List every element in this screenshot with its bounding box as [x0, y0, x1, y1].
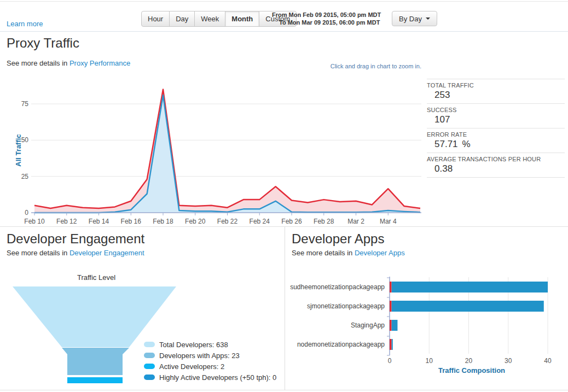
- x-tick-label: Feb 12: [56, 218, 77, 225]
- stat-unit: %: [462, 139, 471, 149]
- funnel-segment-developers-with-apps: [62, 348, 129, 375]
- apps-see-more: See more details in Developer Apps: [292, 249, 405, 257]
- see-more-prefix: See more details in: [7, 59, 69, 67]
- stat-value: 253: [427, 89, 565, 103]
- range-button-month[interactable]: Month: [225, 11, 259, 27]
- x-tick-label: Feb 22: [217, 218, 238, 225]
- x-tick-label: Mar 2: [347, 218, 364, 225]
- bar-errors-sjmonetizationpackageapp: [390, 301, 392, 312]
- bar-errors-sudheemonetizationpackageapp: [390, 282, 392, 292]
- developer-engagement-section: Developer Engagement See more details in…: [0, 227, 285, 390]
- learn-more-link[interactable]: Learn more: [7, 20, 43, 28]
- y-axis-title: All Traffic: [14, 134, 22, 166]
- traffic-stats-panel: TOTAL TRAFFIC253SUCCESS107ERROR RATE57.7…: [427, 79, 565, 178]
- legend-swatch-icon: [144, 364, 155, 369]
- stat-row: AVERAGE TRANSACTIONS PER HOUR0.38: [427, 153, 565, 178]
- developer-engagement-link[interactable]: Developer Engagement: [69, 249, 144, 257]
- x-tick-label: Feb 18: [153, 218, 173, 225]
- date-range-text: From Mon Feb 09 2015, 05:00 pm MDT To Mo…: [272, 11, 381, 26]
- category-label: StagingApp: [351, 321, 385, 329]
- stat-label: AVERAGE TRANSACTIONS PER HOUR: [427, 153, 565, 163]
- x-tick-label: 0: [388, 357, 392, 365]
- y-tick-label: 75: [21, 100, 29, 108]
- legend-row: Highly Active Developers (+50 tph): 0: [144, 372, 276, 383]
- legend-label: Total Developers: 638: [159, 341, 228, 349]
- y-tick-label: 0: [25, 209, 28, 217]
- proxy-traffic-section: Proxy Traffic See more details in Proxy …: [0, 32, 568, 226]
- x-tick-label: Feb 20: [185, 218, 206, 225]
- range-button-hour[interactable]: Hour: [141, 11, 170, 27]
- legend-swatch-icon: [144, 353, 155, 358]
- stat-label: ERROR RATE: [427, 128, 565, 138]
- x-tick-label: 20: [465, 357, 473, 365]
- funnel-segment-total-developers: [13, 286, 176, 347]
- x-tick-label: Mar 4: [380, 218, 397, 225]
- range-button-week[interactable]: Week: [194, 11, 225, 27]
- see-more-prefix: See more details in: [292, 249, 355, 257]
- group-by-dropdown-button[interactable]: By Day: [392, 11, 437, 26]
- legend-swatch-icon: [144, 342, 155, 347]
- group-by-label: By Day: [399, 15, 422, 23]
- stat-row: SUCCESS107: [427, 104, 565, 128]
- x-tick-label: Feb 16: [121, 218, 142, 225]
- legend-label: Highly Active Developers (+50 tph): 0: [159, 373, 276, 382]
- legend-row: Total Developers: 638: [144, 339, 276, 350]
- range-button-day[interactable]: Day: [169, 11, 195, 27]
- proxy-traffic-line-chart[interactable]: 0255075Feb 10Feb 12Feb 14Feb 16Feb 18Feb…: [0, 80, 426, 228]
- legend-swatch-icon: [144, 375, 155, 380]
- x-tick-label: Feb 28: [314, 218, 334, 225]
- legend-label: Developers with Apps: 23: [159, 352, 240, 360]
- category-label: nodemonetizationpackageapp: [297, 341, 385, 348]
- series-area-success: [34, 95, 420, 213]
- bar-errors-StagingApp: [390, 320, 392, 331]
- proxy-traffic-title: Proxy Traffic: [7, 36, 79, 51]
- bar-errors-nodemonetizationpackageapp: [390, 339, 392, 350]
- x-tick-label: Feb 10: [24, 218, 45, 225]
- bar-success-sudheemonetizationpackageapp: [392, 282, 548, 292]
- developer-apps-link[interactable]: Developer Apps: [355, 249, 405, 257]
- x-tick-label: Feb 26: [281, 218, 302, 225]
- developer-apps-title: Developer Apps: [292, 231, 384, 247]
- bar-success-nodemonetizationpackageapp: [392, 339, 393, 350]
- x-tick-label: 10: [426, 357, 433, 365]
- funnel-segment-active-developers: [67, 377, 123, 383]
- legend-row: Developers with Apps: 23: [144, 350, 276, 361]
- proxy-performance-link[interactable]: Proxy Performance: [69, 59, 130, 67]
- x-tick-label: Feb 14: [89, 218, 109, 225]
- stat-value: 107: [427, 114, 565, 128]
- x-tick-label: 40: [544, 357, 552, 365]
- series-line-success: [34, 95, 420, 213]
- stat-value: 57.71%: [427, 138, 565, 153]
- stat-label: TOTAL TRAFFIC: [427, 79, 565, 89]
- stat-row: ERROR RATE57.71%: [427, 128, 565, 153]
- x-axis-title: Traffic Composition: [438, 366, 505, 375]
- category-label: sudheemonetizationpackageapp: [290, 283, 385, 291]
- funnel-legend: Total Developers: 638Developers with App…: [144, 339, 276, 383]
- x-tick-label: 30: [505, 357, 512, 365]
- stat-label: SUCCESS: [427, 104, 565, 114]
- date-range-to: To Mon Mar 09 2015, 06:00 pm MDT: [272, 19, 381, 26]
- engagement-see-more: See more details in Developer Engagement: [7, 249, 144, 257]
- chevron-down-icon: [426, 17, 430, 20]
- category-label: sjmonetizationpackageapp: [307, 302, 385, 310]
- funnel-title: Traffic Level: [77, 273, 115, 282]
- topbar: Learn more HourDayWeekMonthCustom From M…: [0, 1, 568, 32]
- bottom-row: Developer Engagement See more details in…: [0, 227, 568, 390]
- bar-success-StagingApp: [392, 320, 398, 331]
- chart-zoom-hint: Click and drag in chart to zoom in.: [331, 63, 421, 69]
- x-tick-label: Feb 24: [250, 218, 270, 225]
- stat-value: 0.38: [427, 163, 565, 177]
- series-line-all-traffic: [34, 89, 420, 208]
- stat-row: TOTAL TRAFFIC253: [427, 79, 565, 104]
- proxy-see-more: See more details in Proxy Performance: [7, 59, 130, 67]
- date-range-from: From Mon Feb 09 2015, 05:00 pm MDT: [272, 11, 381, 19]
- y-tick-label: 25: [21, 173, 29, 180]
- bar-success-sjmonetizationpackageapp: [392, 301, 544, 312]
- traffic-composition-bar-chart: sudheemonetizationpackageappsjmonetizati…: [285, 272, 567, 382]
- see-more-prefix: See more details in: [7, 249, 69, 257]
- series-area-all-traffic: [34, 89, 420, 213]
- legend-label: Active Developers: 2: [159, 362, 224, 371]
- legend-row: Active Developers: 2: [144, 361, 276, 372]
- developer-engagement-title: Developer Engagement: [7, 231, 144, 247]
- developer-apps-section: Developer Apps See more details in Devel…: [285, 227, 568, 390]
